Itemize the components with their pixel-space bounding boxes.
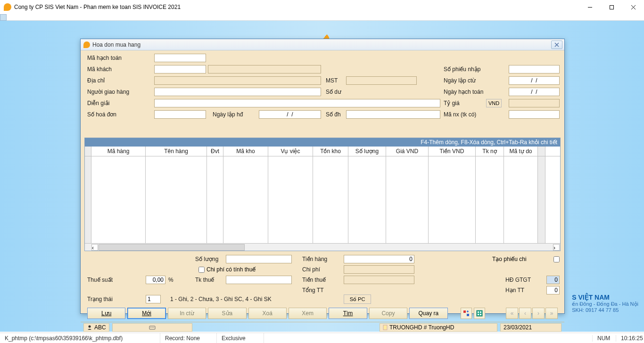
input-nguoi-giao-hang[interactable] <box>154 88 321 96</box>
menu-tab[interactable] <box>0 14 7 21</box>
label-dia-chi: Địa chỉ <box>87 77 105 84</box>
nav-first-button[interactable]: « <box>506 308 518 319</box>
edit-button[interactable]: Sửa <box>208 308 246 319</box>
app-title: Cong ty CP SIS Viet Nam - Phan mem ke to… <box>14 4 181 10</box>
input-han-tt[interactable] <box>546 286 560 294</box>
col-ma-hang[interactable]: Mã hàng <box>91 147 146 156</box>
col-so-luong[interactable]: Số lượng <box>348 147 386 156</box>
input-ngay-hach-toan[interactable] <box>509 88 560 96</box>
label-ma-hach-toan: Mã hạch toán <box>87 55 122 61</box>
input-tk-thue[interactable] <box>226 276 292 284</box>
save-button[interactable]: Lưu <box>87 308 125 319</box>
print-button[interactable]: In ctừ <box>168 308 206 319</box>
delete-button[interactable]: Xoá <box>248 308 287 319</box>
input-mst <box>346 76 417 85</box>
currency-button[interactable]: VND <box>486 99 502 107</box>
label-thue-suat: Thuế suất <box>87 277 113 283</box>
grid-header-row: Mã hàng Tên hàng Đvt Mã kho Vụ việc Tồn … <box>85 147 560 156</box>
svg-point-11 <box>152 327 153 328</box>
input-so-dh[interactable] <box>346 110 440 119</box>
grid-hscrollbar[interactable]: ‹ › <box>85 243 560 251</box>
col-ma-tu-do[interactable]: Mã tự do <box>504 147 538 156</box>
svg-rect-3 <box>477 310 482 316</box>
trang-thai-legend: 1 - Ghi, 2 - Chưa, 3 - Ghi SC, 4 - Ghi S… <box>170 296 272 302</box>
client-area: S VIỆT NAM ền Đông - Đống Đa - Hà Nội SK… <box>0 21 644 332</box>
form-header: Mã hạch toán Mã khách Địa chỉ MST Người … <box>84 53 561 136</box>
chk-chi-phi-co-thue-box[interactable] <box>198 267 205 273</box>
totals-area: Số lượng Chi phí có tính thuế Thuế suất … <box>84 255 561 292</box>
detail-grid: F4-Thêm dòng, F8-Xóa dòng, Ctrl+Tab-Ra k… <box>84 138 561 251</box>
new-button[interactable]: Mới <box>127 308 165 319</box>
col-dvt[interactable]: Đvt <box>207 147 223 156</box>
input-ma-khach[interactable] <box>154 65 206 74</box>
label-so-luong: Số lượng <box>195 256 218 262</box>
svg-rect-1 <box>463 310 466 313</box>
checkbox-tao-phieu-chi[interactable]: Tạo phiếu chi <box>492 256 527 262</box>
so-pc-button[interactable]: Số PC <box>344 294 371 304</box>
label-so-phieu-nhap: Số phiếu nhập <box>444 66 480 73</box>
dialog-title-bar[interactable]: Hoa don mua hang <box>81 39 564 50</box>
status-row: Trạng thái 1 - Ghi, 2 - Chưa, 3 - Ghi SC… <box>84 294 561 305</box>
tool-icon-2[interactable] <box>474 308 485 319</box>
button-row: Lưu Mới In ctừ Sửa Xoá Xem Tìm Copy Quay… <box>84 305 561 319</box>
input-dia-chi <box>154 76 321 85</box>
label-so-dh: Số đh <box>326 111 341 118</box>
input-ngay-lap-ctu[interactable] <box>509 76 560 85</box>
input-so-luong-total[interactable] <box>226 255 292 263</box>
grid-vscroll-head <box>538 147 545 156</box>
label-nguoi-giao-hang: Người giao hàng <box>87 89 129 95</box>
copy-button[interactable]: Copy <box>369 308 407 319</box>
scroll-thumb[interactable] <box>99 244 245 251</box>
col-ton-kho[interactable]: Tồn kho <box>313 147 348 156</box>
label-ngay-hach-toan: Ngày hạch toán <box>444 89 483 95</box>
col-ma-kho[interactable]: Mã kho <box>223 147 268 156</box>
input-so-hoa-don[interactable] <box>154 110 206 119</box>
dialog-close-button[interactable] <box>551 41 562 49</box>
status-exclusive: Exclusive <box>217 333 264 343</box>
label-tien-hang: Tiền hàng <box>302 256 327 262</box>
checkbox-chi-phi-co-thue[interactable]: Chi phí có tính thuế <box>198 266 256 273</box>
label-trang-thai: Trạng thái <box>87 296 113 302</box>
close-button[interactable] <box>622 0 644 14</box>
minimize-button[interactable] <box>579 0 601 14</box>
col-ten-hang[interactable]: Tên hàng <box>146 147 207 156</box>
col-gia-vnd[interactable]: Giá VND <box>386 147 429 156</box>
main-title-bar: Cong ty CP SIS Viet Nam - Phan mem ke to… <box>0 0 644 14</box>
ime-status[interactable]: ABC <box>83 323 109 332</box>
view-button[interactable]: Xem <box>289 308 327 319</box>
maximize-button[interactable] <box>601 0 622 14</box>
label-chi-phi: Chi phí <box>302 266 320 273</box>
input-ma-hach-toan[interactable] <box>154 54 206 62</box>
tool-icon-1[interactable] <box>461 308 472 319</box>
chk-tao-phieu-chi-box[interactable] <box>553 256 560 262</box>
input-trang-thai[interactable] <box>146 295 161 303</box>
doc-icon <box>383 325 388 330</box>
scroll-left-icon[interactable]: ‹ <box>91 244 98 251</box>
pct-sign: % <box>168 277 173 283</box>
scroll-right-icon[interactable]: › <box>553 244 560 251</box>
input-tien-hang[interactable] <box>344 255 414 263</box>
input-hd-gtgt[interactable] <box>546 276 560 284</box>
input-dien-giai[interactable] <box>154 99 440 107</box>
input-ma-nx[interactable] <box>509 110 560 119</box>
label-mst: MST <box>326 77 338 84</box>
col-tk-no[interactable]: Tk nợ <box>476 147 504 156</box>
nav-last-button[interactable]: » <box>545 308 558 319</box>
col-tien-vnd[interactable]: Tiền VND <box>429 147 476 156</box>
status-record: Record: None <box>160 333 217 343</box>
label-so-hoa-don: Số hoá đơn <box>87 111 116 118</box>
svg-rect-5 <box>480 311 481 313</box>
svg-point-8 <box>89 325 91 327</box>
nav-next-button[interactable]: › <box>532 308 545 319</box>
svg-rect-2 <box>467 314 469 316</box>
find-button[interactable]: Tìm <box>329 308 367 319</box>
label-hd-gtgt: HĐ GTGT <box>505 277 531 283</box>
input-so-phieu-nhap[interactable] <box>509 65 560 74</box>
status-path: K_phtmp (c:\tmpsas60\35939166\k_phtmp.db… <box>0 333 160 343</box>
input-thue-suat[interactable] <box>146 276 165 284</box>
col-vu-viec[interactable]: Vụ việc <box>268 147 313 156</box>
exit-button[interactable]: Quay ra <box>409 308 447 319</box>
grid-body[interactable] <box>85 156 560 243</box>
nav-prev-button[interactable]: ‹ <box>519 308 531 319</box>
input-ngay-lap-hd[interactable] <box>259 110 321 119</box>
